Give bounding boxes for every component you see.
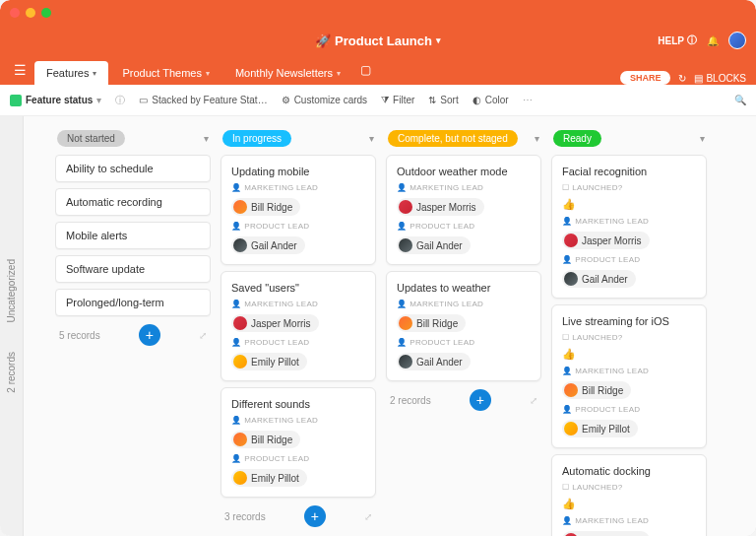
card[interactable]: Software update — [55, 255, 211, 283]
expand-icon[interactable]: ⤢ — [530, 395, 537, 406]
person-chip[interactable]: Emily Pillot — [231, 353, 365, 370]
person-chip[interactable]: Jasper Morris — [562, 232, 696, 249]
person-chip[interactable]: Gail Ander — [562, 270, 696, 288]
card[interactable]: Outdoor weather mode👤MARKETING LEADJaspe… — [386, 155, 541, 265]
person-chip[interactable]: Jasper Morris — [562, 531, 696, 536]
card-title: Outdoor weather mode — [397, 166, 531, 177]
add-tab-button[interactable]: ▢ — [354, 59, 377, 81]
customize-cards-button[interactable]: ⚙Customize cards — [282, 95, 367, 105]
person-chip[interactable]: Gail Ander — [231, 236, 365, 254]
avatar-icon — [564, 272, 578, 286]
thumbs-up-icon: 👍 — [562, 498, 696, 510]
column-blue: In progress▾Updating mobile👤MARKETING LE… — [220, 130, 376, 522]
column-footer: 2 records+⤢ — [386, 381, 541, 411]
status-pill[interactable]: In progress — [222, 130, 291, 147]
card-title: Updating mobile — [231, 166, 365, 177]
share-button[interactable]: SHARE — [620, 71, 671, 85]
person-chip[interactable]: Jasper Morris — [231, 314, 365, 332]
person-chip[interactable]: Bill Ridge — [562, 381, 696, 399]
card[interactable]: Updating mobile👤MARKETING LEADBill Ridge… — [220, 155, 376, 265]
card-list: Outdoor weather mode👤MARKETING LEADJaspe… — [386, 155, 541, 381]
collapsed-sidebar[interactable]: Uncategorized 2 records — [0, 116, 24, 536]
more-icon[interactable]: ⋯ — [523, 95, 533, 105]
maximize-window-icon[interactable] — [41, 8, 51, 18]
avatar-icon — [233, 238, 247, 252]
search-icon[interactable]: 🔍 — [734, 95, 746, 105]
add-card-button[interactable]: + — [139, 324, 160, 346]
sort-button[interactable]: ⇅Sort — [428, 95, 458, 105]
stacked-by-button[interactable]: ▭Stacked by Feature Stat… — [139, 95, 267, 105]
blocks-icon: ▤ — [694, 73, 703, 84]
filter-button[interactable]: ⧩Filter — [381, 95, 414, 106]
blocks-button[interactable]: ▤BLOCKS — [694, 73, 746, 84]
tab-monthly-newsletters[interactable]: Monthly Newsletters▾ — [223, 61, 352, 85]
avatar-icon — [233, 471, 247, 485]
traffic-lights — [10, 8, 51, 18]
help-icon: ⓘ — [687, 34, 697, 47]
tab-product-themes[interactable]: Product Themes▾ — [110, 61, 221, 85]
card[interactable]: Saved "users"👤MARKETING LEADJasper Morri… — [220, 271, 376, 381]
launched-label: ☐LAUNCHED? — [562, 483, 696, 492]
chevron-down-icon[interactable]: ▾ — [369, 133, 374, 144]
view-name: Feature status — [26, 95, 93, 105]
close-window-icon[interactable] — [10, 8, 20, 18]
marketing-lead-label: 👤MARKETING LEAD — [231, 183, 365, 192]
record-count: 3 records — [224, 511, 266, 522]
avatar-icon — [233, 355, 247, 368]
thumbs-up-icon: 👍 — [562, 198, 696, 211]
marketing-lead-label: 👤MARKETING LEAD — [397, 183, 531, 192]
people-icon[interactable]: ⓘ — [115, 94, 125, 107]
column-header: In progress▾ — [220, 130, 376, 147]
chevron-down-icon: ▾ — [337, 69, 341, 78]
chevron-down-icon[interactable]: ▾ — [700, 133, 705, 144]
person-chip[interactable]: Emily Pillot — [231, 469, 365, 487]
card[interactable]: Automatic recording — [55, 188, 211, 216]
view-switcher[interactable]: Feature status ▾ — [10, 95, 101, 106]
expand-icon[interactable]: ⤢ — [199, 330, 207, 341]
avatar-icon — [399, 238, 412, 252]
marketing-lead-label: 👤MARKETING LEAD — [231, 300, 365, 308]
person-chip[interactable]: Bill Ridge — [397, 314, 531, 332]
person-chip[interactable]: Gail Ander — [397, 353, 531, 370]
tab-features[interactable]: Features▾ — [34, 61, 108, 85]
user-avatar[interactable] — [728, 32, 746, 49]
menu-icon[interactable]: ☰ — [8, 62, 32, 78]
add-card-button[interactable]: + — [304, 505, 326, 527]
help-button[interactable]: HELP ⓘ — [658, 34, 697, 47]
titlebar — [0, 0, 756, 26]
app-window: 🚀 Product Launch ▾ HELP ⓘ 🔔 ☰ Features▾P… — [0, 0, 756, 536]
marketing-lead-label: 👤MARKETING LEAD — [231, 416, 365, 425]
status-pill[interactable]: Complete, but not staged — [388, 130, 518, 147]
expand-icon[interactable]: ⤢ — [364, 511, 372, 522]
avatar-icon — [564, 383, 578, 397]
card-title: Updates to weather — [397, 282, 531, 294]
person-chip[interactable]: Bill Ridge — [231, 431, 365, 448]
color-button[interactable]: ◐Color — [472, 95, 509, 105]
column-gray: Not started▾Ability to scheduleAutomatic… — [55, 130, 211, 522]
person-chip[interactable]: Bill Ridge — [231, 198, 365, 216]
add-card-button[interactable]: + — [470, 389, 491, 411]
person-chip[interactable]: Emily Pillot — [562, 420, 696, 437]
card[interactable]: Ability to schedule — [55, 155, 211, 182]
avatar-icon — [399, 355, 412, 368]
card[interactable]: Mobile alerts — [55, 222, 211, 249]
status-pill[interactable]: Not started — [57, 130, 125, 147]
card[interactable]: Live streaming for iOS☐LAUNCHED?👍👤MARKET… — [551, 304, 707, 448]
person-chip[interactable]: Jasper Morris — [397, 198, 531, 216]
card[interactable]: Prolonged/long-term — [55, 289, 211, 316]
launched-label: ☐LAUNCHED? — [562, 333, 696, 342]
base-title[interactable]: 🚀 Product Launch ▾ — [315, 34, 441, 48]
card[interactable]: Different sounds👤MARKETING LEADBill Ridg… — [220, 387, 376, 498]
product-lead-label: 👤PRODUCT LEAD — [231, 222, 365, 231]
chevron-down-icon[interactable]: ▾ — [535, 133, 539, 144]
card[interactable]: Automatic docking☐LAUNCHED?👍👤MARKETING L… — [551, 454, 707, 536]
person-chip[interactable]: Gail Ander — [397, 236, 531, 254]
card[interactable]: Facial recognition☐LAUNCHED?👍👤MARKETING … — [551, 155, 707, 299]
status-pill[interactable]: Ready — [553, 130, 601, 147]
minimize-window-icon[interactable] — [26, 8, 35, 18]
card[interactable]: Updates to weather👤MARKETING LEADBill Ri… — [386, 271, 541, 381]
history-icon[interactable]: ↻ — [678, 73, 686, 84]
bell-icon[interactable]: 🔔 — [707, 35, 719, 46]
chevron-down-icon[interactable]: ▾ — [204, 133, 209, 144]
column-footer: 3 records+⤢ — [220, 498, 376, 527]
